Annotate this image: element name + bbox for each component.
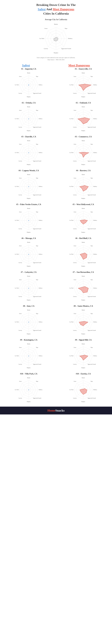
svg-text:Burglary: Burglary <box>27 198 31 199</box>
svg-text:Larceny: Larceny <box>18 228 22 230</box>
dangerous-radar-wrapper-4: MurderRapeRobberyAggravated AssaultBurgl… <box>58 172 108 200</box>
svg-text:Car Theft: Car Theft <box>15 288 19 289</box>
dangerous-city-7: #7 – San Bernardino, CAMurderRapeRobbery… <box>58 271 108 302</box>
svg-text:Car Theft: Car Theft <box>15 84 19 86</box>
svg-text:Car Theft: Car Theft <box>70 389 74 390</box>
svg-text:Car Theft: Car Theft <box>70 84 74 86</box>
svg-text:Rape: Rape <box>90 279 93 280</box>
safest-city-title-6: #6 – Moraga, CA <box>4 237 54 240</box>
pair-row: #2 – Orinda, CAMurderRapeRobberyAggravat… <box>2 102 110 133</box>
svg-text:Aggravated Assault: Aggravated Assault <box>61 48 71 50</box>
dangerous-radar-svg-2: MurderRapeRobberyAggravated AssaultBurgl… <box>69 105 97 133</box>
svg-text:Robbery: Robbery <box>39 288 42 289</box>
section-headers: Safest Most Dangerous <box>0 62 112 68</box>
svg-text:Murder: Murder <box>54 24 58 25</box>
pairs-container: #1 – Imperial, CAMurderRapeRobberyAggrav… <box>0 68 112 404</box>
svg-text:Rape: Rape <box>90 245 93 246</box>
svg-text:Car Theft: Car Theft <box>15 220 19 221</box>
svg-text:Murder: Murder <box>82 174 85 175</box>
safest-radar-svg-3: MurderRapeRobberyAggravated AssaultBurgl… <box>15 139 43 167</box>
svg-text:Arson: Arson <box>44 28 48 29</box>
pair-row: #1 – Imperial, CAMurderRapeRobberyAggrav… <box>2 68 110 99</box>
svg-text:Rape: Rape <box>36 347 38 348</box>
safest-radar-wrapper-10: MurderRapeRobberyAggravated AssaultBurgl… <box>4 376 54 404</box>
svg-text:Burglary: Burglary <box>54 52 58 54</box>
svg-marker-243 <box>28 254 29 254</box>
svg-marker-12 <box>54 37 58 41</box>
dangerous-radar-svg-10: MurderRapeRobberyAggravated AssaultBurgl… <box>69 376 97 404</box>
svg-text:Murder: Murder <box>27 343 30 344</box>
dangerous-city-8: #8 – Santa Monica, CAMurderRapeRobberyAg… <box>58 305 108 336</box>
svg-text:Aggravated Assault: Aggravated Assault <box>88 160 96 162</box>
svg-text:Arson: Arson <box>19 381 22 382</box>
dangerous-header: Most Dangerous <box>68 64 90 67</box>
brand: HomeSnacks <box>2 409 110 412</box>
svg-text:Burglary: Burglary <box>27 130 31 131</box>
svg-text:Arson: Arson <box>74 211 76 212</box>
svg-text:Rape: Rape <box>36 110 38 111</box>
svg-text:Burglary: Burglary <box>27 96 31 98</box>
svg-text:Car Theft: Car Theft <box>15 152 19 153</box>
svg-text:Arson: Arson <box>19 313 22 314</box>
safest-city-10: #10 – Villa Park, CAMurderRapeRobberyAgg… <box>4 373 54 404</box>
svg-text:Murder: Murder <box>82 310 85 311</box>
dangerous-city-title-1: #1 – Emeryville, CA <box>58 68 108 70</box>
svg-text:Rape: Rape <box>36 76 38 77</box>
dangerous-city-4: #4 – Barstow, CAMurderRapeRobberyAggrava… <box>58 170 108 200</box>
svg-text:Aggravated Assault: Aggravated Assault <box>33 194 42 196</box>
svg-text:Rape: Rape <box>36 178 38 179</box>
dangerous-city-2: #2 – Oakland, CAMurderRapeRobberyAggrava… <box>58 102 108 133</box>
svg-text:Murder: Murder <box>82 72 85 74</box>
svg-text:Aggravated Assault: Aggravated Assault <box>33 126 42 128</box>
svg-text:Robbery: Robbery <box>94 288 97 289</box>
svg-text:Larceny: Larceny <box>73 330 77 331</box>
svg-text:Larceny: Larceny <box>18 398 22 399</box>
svg-text:Car Theft: Car Theft <box>39 38 44 39</box>
svg-text:Burglary: Burglary <box>27 300 31 301</box>
svg-text:Rape: Rape <box>65 28 68 29</box>
svg-text:Arson: Arson <box>74 76 76 77</box>
pair-row: #3 – Danville, CAMurderRapeRobberyAggrav… <box>2 136 110 167</box>
svg-text:Rape: Rape <box>90 347 93 348</box>
safest-city-title-2: #2 – Orinda, CA <box>4 102 54 104</box>
svg-text:Arson: Arson <box>74 144 76 145</box>
safest-radar-wrapper-7: MurderRapeRobberyAggravated AssaultBurgl… <box>4 274 54 302</box>
safest-city-1: #1 – Imperial, CAMurderRapeRobberyAggrav… <box>4 68 54 99</box>
svg-marker-159 <box>28 186 29 187</box>
safest-radar-svg-5: MurderRapeRobberyAggravated AssaultBurgl… <box>15 206 43 234</box>
svg-text:Arson: Arson <box>74 381 76 382</box>
svg-text:Robbery: Robbery <box>39 389 42 390</box>
svg-text:Murder: Murder <box>82 276 85 277</box>
svg-text:Larceny: Larceny <box>18 126 22 128</box>
dangerous-radar-wrapper-9: MurderRapeRobberyAggravated AssaultBurgl… <box>58 342 108 370</box>
svg-text:Car Theft: Car Theft <box>70 321 74 323</box>
svg-text:Murder: Murder <box>27 106 30 108</box>
dangerous-radar-wrapper-8: MurderRapeRobberyAggravated AssaultBurgl… <box>58 308 108 336</box>
svg-text:Aggravated Assault: Aggravated Assault <box>33 330 42 331</box>
svg-text:Larceny: Larceny <box>18 364 22 365</box>
safest-city-title-9: #9 – Kensington, CA <box>4 339 54 341</box>
dangerous-city-title-8: #8 – Santa Monica, CA <box>58 305 108 307</box>
dangerous-radar-wrapper-3: MurderRapeRobberyAggravated AssaultBurgl… <box>58 139 108 167</box>
dangerous-radar-wrapper-1: MurderRapeRobberyAggravated AssaultBurgl… <box>58 71 108 99</box>
safest-city-7: #7 – Lafayette, CAMurderRapeRobberyAggra… <box>4 271 54 302</box>
svg-text:Robbery: Robbery <box>39 186 42 187</box>
safest-city-4: #4 – Laguna Woods, CAMurderRapeRobberyAg… <box>4 170 54 200</box>
svg-text:Rape: Rape <box>36 381 38 382</box>
dangerous-radar-svg-8: MurderRapeRobberyAggravated AssaultBurgl… <box>69 308 97 336</box>
svg-text:Burglary: Burglary <box>27 164 31 165</box>
svg-text:Arson: Arson <box>19 347 22 348</box>
svg-text:Aggravated Assault: Aggravated Assault <box>33 398 42 399</box>
svg-text:Burglary: Burglary <box>27 232 31 233</box>
svg-text:Robbery: Robbery <box>94 84 97 86</box>
svg-text:Larceny: Larceny <box>18 330 22 331</box>
svg-text:Larceny: Larceny <box>73 398 77 399</box>
dangerous-city-10: #10 – Eureka, CAMurderRapeRobberyAggrava… <box>58 373 108 404</box>
svg-marker-411 <box>28 390 29 390</box>
svg-text:Car Theft: Car Theft <box>70 152 74 153</box>
svg-text:Murder: Murder <box>82 242 85 243</box>
safest-radar-wrapper-6: MurderRapeRobberyAggravated AssaultBurgl… <box>4 240 54 268</box>
dangerous-city-title-7: #7 – San Bernardino, CA <box>58 271 108 273</box>
svg-text:Burglary: Burglary <box>82 198 85 199</box>
header: Breaking Down Crime In The Safest And Mo… <box>0 0 112 68</box>
